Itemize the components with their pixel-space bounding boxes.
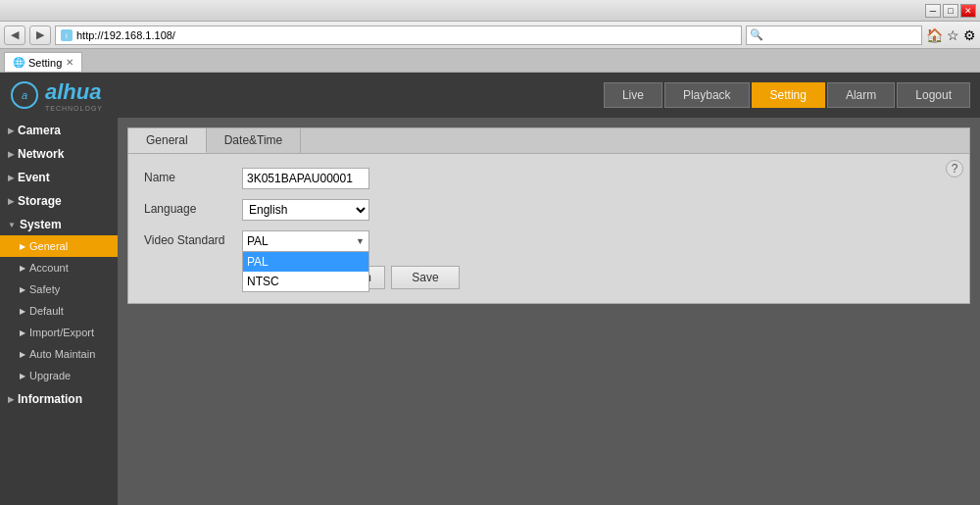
content-area: General Date&Time ? Name Language (118, 118, 980, 505)
chevron-down-icon-system: ▼ (8, 221, 16, 229)
sidebar-category-information[interactable]: ▶ Information (0, 386, 118, 410)
address-input[interactable] (76, 29, 737, 41)
language-row: Language English (144, 199, 954, 221)
sidebar-item-safety-label: Safety (29, 283, 60, 295)
language-select[interactable]: English (242, 199, 369, 221)
tab-setting[interactable]: Setting (752, 82, 825, 108)
back-button[interactable]: ◀ (4, 25, 25, 45)
browser-icons: 🏠 ☆ ⚙ (926, 27, 976, 43)
nav-tabs: Live Playback Setting Alarm Logout (604, 82, 970, 108)
sidebar-item-default[interactable]: ▶ Default (0, 300, 118, 322)
minimize-button[interactable]: ─ (925, 4, 941, 18)
sidebar-item-safety[interactable]: ▶ Safety (0, 278, 118, 300)
name-row: Name (144, 168, 954, 189)
bullet-icon-safety: ▶ (20, 285, 25, 294)
video-standard-label: Video Standard (144, 230, 242, 247)
video-standard-dropdown-list: PAL NTSC (242, 252, 369, 292)
tab-logout[interactable]: Logout (897, 82, 970, 108)
video-option-pal[interactable]: PAL (243, 252, 368, 272)
chevron-right-icon: ▶ (8, 126, 14, 135)
tab-label: Setting (28, 57, 62, 69)
sidebar-category-camera-label: Camera (18, 124, 61, 137)
browser-tab-setting[interactable]: 🌐 Setting ✕ (4, 52, 82, 72)
content-body: ? Name Language English (128, 154, 969, 303)
sidebar-category-information-label: Information (18, 392, 82, 406)
dahua-logo-icon: a (10, 80, 39, 110)
content-tab-general[interactable]: General (128, 128, 207, 153)
name-field-container (242, 168, 369, 189)
window-controls: ─ □ ✕ (925, 4, 976, 18)
tab-close-icon[interactable]: ✕ (66, 57, 74, 68)
chevron-right-icon-network: ▶ (8, 150, 14, 159)
sidebar-item-auto-maintain-label: Auto Maintain (29, 348, 95, 360)
logo: a alhua TECHNOLOGY (10, 79, 103, 112)
svg-text:a: a (22, 89, 27, 101)
close-button[interactable]: ✕ (960, 4, 976, 18)
star-icon[interactable]: ☆ (947, 27, 959, 43)
sidebar-item-account-label: Account (29, 262, 69, 274)
name-input[interactable] (242, 168, 369, 189)
content-tabs: General Date&Time (128, 128, 969, 154)
video-option-ntsc[interactable]: NTSC (243, 272, 368, 291)
sidebar-item-upgrade-label: Upgrade (29, 370, 71, 381)
sidebar-item-general[interactable]: ▶ General (0, 235, 118, 257)
main-layout: ▶ Camera ▶ Network ▶ Event ▶ Storage ▼ S… (0, 118, 980, 505)
logo-text: alhua (45, 79, 103, 105)
tab-live[interactable]: Live (604, 82, 662, 108)
logo-sub: TECHNOLOGY (45, 105, 103, 112)
sidebar: ▶ Camera ▶ Network ▶ Event ▶ Storage ▼ S… (0, 118, 118, 505)
home-icon[interactable]: 🏠 (926, 27, 943, 43)
svg-text:i: i (66, 31, 68, 40)
search-area[interactable]: 🔍 (746, 25, 922, 45)
sidebar-category-network-label: Network (18, 147, 64, 161)
video-standard-dropdown-trigger[interactable]: PAL ▼ (242, 230, 369, 252)
settings-icon[interactable]: ⚙ (963, 27, 976, 43)
tab-alarm[interactable]: Alarm (827, 82, 895, 108)
sidebar-category-system-label: System (20, 218, 62, 231)
sidebar-item-default-label: Default (29, 305, 64, 317)
security-icon: i (60, 28, 74, 42)
video-standard-row: Video Standard PAL ▼ PAL NTSC (144, 230, 954, 252)
sidebar-category-event[interactable]: ▶ Event (0, 165, 118, 188)
bullet-icon-general: ▶ (20, 242, 25, 251)
tab-playback[interactable]: Playback (664, 82, 750, 108)
sidebar-category-network[interactable]: ▶ Network (0, 141, 118, 165)
sidebar-category-event-label: Event (18, 171, 50, 184)
video-standard-selected-value: PAL (247, 234, 269, 248)
app-header: a alhua TECHNOLOGY Live Playback Setting… (0, 73, 980, 118)
chevron-right-icon-event: ▶ (8, 174, 14, 182)
sidebar-item-upgrade[interactable]: ▶ Upgrade (0, 365, 118, 386)
chevron-down-icon-video: ▼ (356, 236, 365, 246)
language-field-container: English (242, 199, 369, 221)
bullet-icon-upgrade: ▶ (20, 372, 25, 380)
bullet-icon-account: ▶ (20, 264, 25, 273)
maximize-button[interactable]: □ (943, 4, 958, 18)
address-bar: i (55, 25, 742, 45)
sidebar-item-import-export-label: Import/Export (29, 327, 94, 338)
bullet-icon-import-export: ▶ (20, 328, 25, 337)
bullet-icon-default: ▶ (20, 307, 25, 316)
help-icon[interactable]: ? (946, 160, 963, 177)
bullet-icon-auto-maintain: ▶ (20, 350, 25, 359)
sidebar-category-camera[interactable]: ▶ Camera (0, 118, 118, 141)
tab-bar: 🌐 Setting ✕ (0, 49, 980, 73)
sidebar-category-storage[interactable]: ▶ Storage (0, 188, 118, 212)
sidebar-category-system[interactable]: ▼ System (0, 212, 118, 235)
browser-toolbar: ◀ ▶ i 🔍 🏠 ☆ ⚙ (0, 22, 980, 49)
search-icon: 🔍 (750, 28, 763, 41)
sidebar-category-storage-label: Storage (18, 194, 62, 208)
content-tab-datetime[interactable]: Date&Time (207, 128, 302, 153)
chevron-right-icon-info: ▶ (8, 395, 14, 404)
name-label: Name (144, 168, 242, 184)
sidebar-item-account[interactable]: ▶ Account (0, 257, 118, 278)
video-standard-field-container: PAL ▼ PAL NTSC (242, 230, 369, 252)
language-label: Language (144, 199, 242, 216)
save-button[interactable]: Save (391, 266, 460, 289)
sidebar-item-import-export[interactable]: ▶ Import/Export (0, 322, 118, 343)
chevron-right-icon-storage: ▶ (8, 197, 14, 206)
content-panel: General Date&Time ? Name Language (127, 127, 970, 304)
sidebar-item-auto-maintain[interactable]: ▶ Auto Maintain (0, 343, 118, 365)
browser-titlebar: ─ □ ✕ (0, 0, 980, 22)
tab-icon: 🌐 (13, 57, 24, 68)
forward-button[interactable]: ▶ (29, 25, 51, 45)
